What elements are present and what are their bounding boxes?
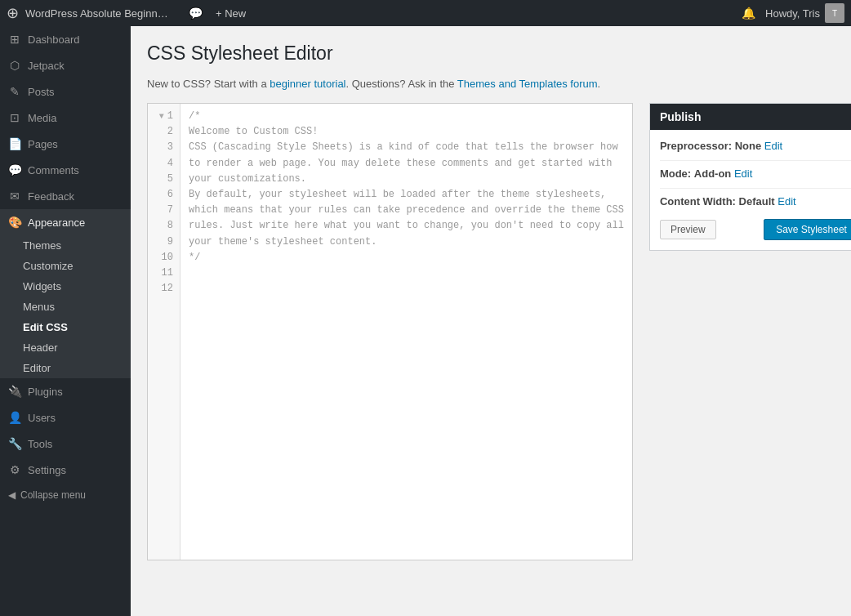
dashboard-icon: ⊞ — [8, 33, 21, 46]
code-line: rules. Just write here what you want to … — [189, 218, 624, 234]
posts-icon: ✎ — [8, 85, 21, 98]
preview-button[interactable]: Preview — [660, 220, 716, 239]
sidebar-menu: ⊞Dashboard⬡Jetpack✎Posts⊡Media📄Pages💬Com… — [0, 26, 131, 507]
line-number: 11 — [148, 266, 180, 281]
sidebar-item-settings[interactable]: ⚙Settings — [0, 457, 131, 483]
line-number: 6 — [148, 187, 180, 203]
howdy-label: Howdy, Tris T — [765, 3, 844, 23]
line-number: 10 — [148, 250, 180, 266]
site-name[interactable]: WordPress Absolute Beginner's Guide... — [25, 7, 172, 20]
line-number: 8 — [148, 218, 180, 234]
settings-icon: ⚙ — [8, 463, 21, 476]
sidebar-item-menus[interactable]: Menus — [0, 297, 131, 317]
sidebar-item-editor[interactable]: Editor — [0, 358, 131, 378]
new-button[interactable]: + New — [209, 4, 252, 23]
save-stylesheet-button[interactable]: Save Stylesheet — [764, 219, 851, 240]
media-icon: ⊡ — [8, 111, 21, 124]
main-content: CSS Stylesheet Editor New to CSS? Start … — [131, 26, 851, 616]
code-line: which means that your rules can take pre… — [189, 203, 624, 218]
mode-row: Mode: Add-on Edit — [660, 167, 851, 180]
appearance-icon: 🎨 — [8, 216, 21, 229]
sidebar-item-widgets[interactable]: Widgets — [0, 276, 131, 297]
content-width-row: Content Width: Default Edit — [660, 195, 851, 208]
sidebar-item-edit-css[interactable]: Edit CSS — [0, 317, 131, 337]
sidebar-item-posts[interactable]: ✎Posts — [0, 78, 131, 105]
sidebar-item-customize[interactable]: Customize — [0, 256, 131, 276]
publish-actions: Preview Save Stylesheet — [660, 219, 851, 240]
page-title: CSS Stylesheet Editor — [147, 42, 835, 65]
intro-text: New to CSS? Start with a beginner tutori… — [147, 78, 835, 90]
admin-bar: ⊕ WordPress Absolute Beginner's Guide...… — [0, 0, 851, 26]
code-line: */ — [189, 250, 624, 266]
feedback-icon: ✉ — [8, 190, 21, 203]
sidebar-item-themes[interactable]: Themes — [0, 235, 131, 256]
code-content[interactable]: /*Welcome to Custom CSS!CSS (Cascading S… — [180, 104, 632, 560]
themes-forum-link[interactable]: Themes and Templates forum — [457, 78, 598, 90]
code-line: CSS (Cascading Style Sheets) is a kind o… — [189, 140, 624, 155]
line-number: 4 — [148, 156, 180, 172]
content-width-edit-link[interactable]: Edit — [777, 195, 795, 208]
content-row: ▼123456789101112 /*Welcome to Custom CSS… — [147, 103, 835, 560]
jetpack-icon: ⬡ — [8, 59, 21, 72]
sidebar-item-comments[interactable]: 💬Comments — [0, 157, 131, 183]
mode-edit-link[interactable]: Edit — [734, 167, 752, 180]
line-number: 2 — [148, 124, 180, 140]
wp-wrapper: ⊞Dashboard⬡Jetpack✎Posts⊡Media📄Pages💬Com… — [0, 26, 851, 616]
pages-icon: 📄 — [8, 137, 21, 150]
code-line: Welcome to Custom CSS! — [189, 124, 624, 140]
line-number: ▼1 — [148, 109, 180, 124]
publish-header: Publish — [650, 104, 851, 130]
line-number: 5 — [148, 172, 180, 187]
code-line: your customizations. — [189, 172, 624, 187]
code-line: /* — [189, 109, 624, 124]
code-line: to render a web page. You may delete the… — [189, 156, 624, 172]
sidebar-item-feedback[interactable]: ✉Feedback — [0, 183, 131, 209]
sidebar-item-users[interactable]: 👤Users — [0, 404, 131, 431]
sidebar-item-appearance[interactable]: 🎨Appearance — [0, 209, 131, 235]
beginner-tutorial-link[interactable]: beginner tutorial — [270, 78, 345, 90]
sidebar-item-pages[interactable]: 📄Pages — [0, 131, 131, 157]
code-line: By default, your stylesheet will be load… — [189, 187, 624, 203]
line-number: 3 — [148, 140, 180, 155]
comments-icon: 💬 — [8, 163, 21, 176]
line-number: 7 — [148, 203, 180, 218]
publish-sidebar: Publish Preprocessor: None Edit Mode: Ad… — [649, 103, 851, 560]
publish-box: Publish Preprocessor: None Edit Mode: Ad… — [649, 103, 851, 251]
tools-icon: 🔧 — [8, 437, 21, 450]
sidebar-item-jetpack[interactable]: ⬡Jetpack — [0, 52, 131, 78]
collapse-icon: ◀ — [8, 489, 16, 501]
sidebar-item-dashboard[interactable]: ⊞Dashboard — [0, 26, 131, 52]
users-icon: 👤 — [8, 411, 21, 424]
preprocessor-edit-link[interactable]: Edit — [764, 140, 782, 152]
wp-logo-icon: ⊕ — [7, 4, 19, 22]
sidebar-item-plugins[interactable]: 🔌Plugins — [0, 378, 131, 404]
code-line: your theme's stylesheet content. — [189, 234, 624, 250]
line-numbers: ▼123456789101112 — [148, 104, 180, 560]
comments-button[interactable]: 💬 — [182, 3, 209, 23]
sidebar: ⊞Dashboard⬡Jetpack✎Posts⊡Media📄Pages💬Com… — [0, 26, 131, 616]
plugins-icon: 🔌 — [8, 385, 21, 398]
collapse-menu-button[interactable]: ◀Collapse menu — [0, 483, 131, 507]
sidebar-item-header[interactable]: Header — [0, 337, 131, 358]
avatar: T — [825, 3, 844, 23]
line-number: 9 — [148, 234, 180, 250]
sidebar-item-media[interactable]: ⊡Media — [0, 105, 131, 131]
line-arrow-icon: ▼ — [159, 110, 164, 123]
editor-section: ▼123456789101112 /*Welcome to Custom CSS… — [147, 103, 633, 560]
notification-button[interactable]: 🔔 — [735, 3, 762, 23]
appearance-submenu: ThemesCustomizeWidgetsMenusEdit CSSHeade… — [0, 235, 131, 378]
preprocessor-row: Preprocessor: None Edit — [660, 140, 851, 152]
sidebar-item-tools[interactable]: 🔧Tools — [0, 431, 131, 457]
line-number: 12 — [148, 281, 180, 297]
publish-body: Preprocessor: None Edit Mode: Add-on Edi… — [650, 130, 851, 250]
code-editor[interactable]: ▼123456789101112 /*Welcome to Custom CSS… — [147, 103, 633, 560]
